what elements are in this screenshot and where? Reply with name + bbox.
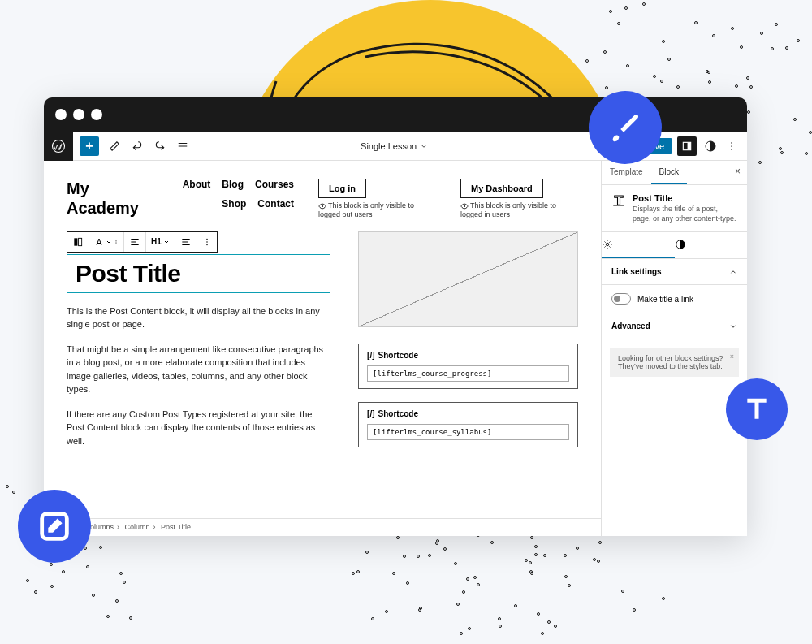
text-align-icon[interactable] <box>175 232 197 252</box>
dashboard-button[interactable]: My Dashboard <box>460 179 543 198</box>
site-nav: About Blog Courses Shop Contact <box>172 179 294 210</box>
text-style-icon[interactable] <box>89 232 124 252</box>
svg-point-8 <box>322 205 323 207</box>
paragraph-block[interactable]: That might be a simple arrangement like … <box>67 343 330 396</box>
sidebar-notice: Looking for other block settings? They'v… <box>610 348 739 377</box>
toggle-label: Make title a link <box>637 295 693 304</box>
brush-icon-badge <box>589 91 662 164</box>
svg-point-14 <box>116 243 117 244</box>
redo-icon[interactable] <box>153 139 167 153</box>
heading-level[interactable]: H1 <box>146 232 175 252</box>
svg-point-5 <box>731 142 732 144</box>
visibility-note: This block is only visible to logged out… <box>318 201 436 218</box>
window-control[interactable] <box>73 109 84 120</box>
list-view-icon[interactable] <box>175 139 190 153</box>
svg-point-15 <box>206 238 208 240</box>
editor-canvas: My Academy About Blog Courses Shop Conta… <box>44 161 601 536</box>
svg-rect-3 <box>688 142 691 149</box>
post-title-text: Post Title <box>76 260 322 287</box>
svg-point-17 <box>206 244 208 245</box>
visibility-note: This block is only visible to logged in … <box>460 201 578 218</box>
paragraph-block[interactable]: This is the Post Content block, it will … <box>67 305 330 331</box>
post-title-block-icon <box>611 193 626 208</box>
svg-rect-11 <box>79 238 82 245</box>
eye-icon <box>460 202 469 210</box>
svg-point-12 <box>116 240 117 240</box>
gear-icon <box>602 239 613 250</box>
wordpress-logo[interactable] <box>44 132 73 161</box>
shortcode-block[interactable]: [/] Shortcode <box>358 402 578 447</box>
contrast-icon <box>675 239 686 250</box>
block-name: Post Title <box>633 193 737 203</box>
nav-item[interactable]: Contact <box>257 198 294 210</box>
svg-point-6 <box>731 145 732 147</box>
block-type-icon[interactable] <box>67 232 89 252</box>
add-block-button[interactable]: + <box>80 136 99 156</box>
chevron-down-icon <box>163 239 170 245</box>
shortcode-input[interactable] <box>367 424 569 440</box>
post-title-block[interactable]: Post Title <box>67 254 330 293</box>
chevron-up-icon <box>729 268 737 276</box>
align-icon[interactable] <box>124 232 146 252</box>
login-button[interactable]: Log in <box>318 179 366 198</box>
shortcode-input[interactable] <box>367 365 569 382</box>
styles-toggle[interactable] <box>702 137 719 155</box>
tab-block[interactable]: Block <box>651 161 687 184</box>
more-menu-icon[interactable] <box>724 139 739 153</box>
text-icon-badge <box>726 378 788 440</box>
block-more-icon[interactable] <box>197 232 217 252</box>
block-breadcrumb: Group› Columns› Column› Post Title <box>44 518 601 536</box>
svg-point-18 <box>606 244 609 247</box>
image-placeholder[interactable] <box>358 231 578 327</box>
svg-point-13 <box>116 241 117 242</box>
settings-panel-toggle[interactable] <box>677 136 697 156</box>
svg-point-7 <box>731 149 732 150</box>
window-control[interactable] <box>91 109 102 120</box>
styles-subtab[interactable] <box>675 232 748 258</box>
svg-rect-10 <box>74 238 77 245</box>
chevron-down-icon <box>420 142 428 150</box>
nav-item[interactable]: Shop <box>222 198 246 210</box>
breadcrumb-item[interactable]: Post Title <box>161 523 191 531</box>
shortcode-block[interactable]: [/] Shortcode <box>358 344 578 389</box>
paragraph-block[interactable]: If there are any Custom Post Types regis… <box>67 408 330 448</box>
breadcrumb-item[interactable]: Column <box>125 523 150 531</box>
chevron-down-icon <box>729 322 737 331</box>
svg-point-9 <box>464 205 465 207</box>
edit-icon-badge <box>18 490 91 563</box>
make-link-toggle[interactable] <box>611 293 631 305</box>
link-settings-panel[interactable]: Link settings <box>602 259 747 285</box>
settings-subtab[interactable] <box>602 232 675 258</box>
chevron-down-icon <box>106 239 112 245</box>
settings-sidebar: Template Block × Post Title Displays the… <box>601 161 747 536</box>
block-description: Displays the title of a post, page, or a… <box>633 205 737 223</box>
tab-template[interactable]: Template <box>602 161 651 184</box>
nav-item[interactable]: Blog <box>222 179 244 190</box>
site-title[interactable]: My Academy <box>67 179 148 218</box>
eye-icon <box>318 202 326 210</box>
advanced-panel[interactable]: Advanced <box>602 313 747 339</box>
nav-item[interactable]: Courses <box>255 179 294 190</box>
svg-point-16 <box>206 241 208 243</box>
undo-icon[interactable] <box>130 139 145 153</box>
template-selector[interactable]: Single Lesson <box>361 141 428 151</box>
window-control[interactable] <box>55 109 67 120</box>
shortcode-icon: [/] <box>367 351 374 360</box>
nav-item[interactable]: About <box>183 179 211 190</box>
close-icon[interactable]: × <box>730 352 734 361</box>
close-icon[interactable]: × <box>735 166 741 177</box>
block-toolbar: H1 <box>67 231 218 253</box>
edit-tool-icon[interactable] <box>107 139 122 153</box>
shortcode-icon: [/] <box>367 409 374 418</box>
browser-window: + Single Lesson View Save <box>44 97 747 536</box>
